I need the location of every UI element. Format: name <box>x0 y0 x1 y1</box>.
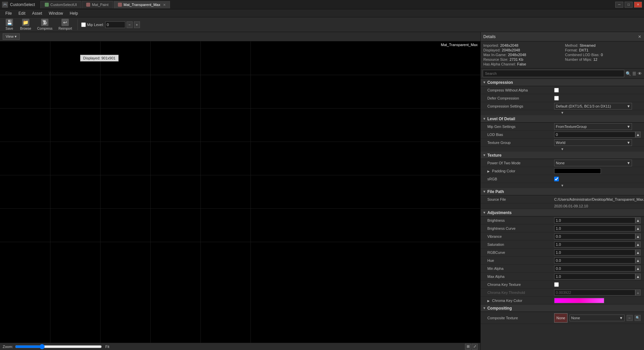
value-chroma-key-threshold[interactable]: ▲ <box>554 290 641 296</box>
section-compression[interactable]: ▼ Compression <box>481 79 644 86</box>
label-mip-gen-settings: Mip Gen Settings <box>487 125 554 129</box>
composite-back-button[interactable]: ← <box>627 315 633 321</box>
view-options-button[interactable]: ☰ <box>632 71 636 76</box>
input-brightness-curve[interactable] <box>554 225 635 231</box>
zoom-slider[interactable] <box>15 344 102 349</box>
input-vibrance[interactable] <box>554 233 635 239</box>
reimport-button[interactable]: ↩ Reimport <box>56 18 74 31</box>
source-file-path-text: C:/Users/Administrator/Desktop/Mat_Trans… <box>554 197 644 201</box>
info-val-imported: 2048x2048 <box>500 43 518 47</box>
input-lod-bias[interactable] <box>554 132 635 138</box>
section-file-path[interactable]: ▼ File Path <box>481 188 644 195</box>
padding-color-swatch[interactable] <box>554 168 601 174</box>
lod-expand: ▼ <box>481 147 644 152</box>
value-saturation[interactable]: ▲ <box>554 241 641 247</box>
checkbox-srgb[interactable] <box>554 177 559 181</box>
composite-none-button[interactable]: None <box>554 313 568 323</box>
tab-mat-paint[interactable]: Mat_Paint <box>82 1 113 8</box>
chroma-key-color-swatch[interactable] <box>554 298 604 303</box>
max-alpha-spin[interactable]: ▲ <box>635 274 641 280</box>
input-brightness[interactable] <box>554 217 635 223</box>
composite-dropdown[interactable]: None ▼ <box>570 315 625 321</box>
prop-texture-group: Texture Group World ▼ <box>481 139 644 147</box>
save-button[interactable]: 💾 Save <box>3 18 16 31</box>
dropdown-compression-settings[interactable]: Default (DXT1/5, BC1/3 on DX11) ▼ <box>554 103 632 110</box>
eye-icon-button[interactable]: 👁 <box>638 71 642 76</box>
brightness-spin[interactable]: ▲ <box>635 217 641 223</box>
value-padding-color[interactable] <box>554 168 641 174</box>
zoom-grid-icon-button[interactable]: ⊞ <box>465 344 471 350</box>
checkbox-chroma-key-texture[interactable] <box>554 282 559 287</box>
brightness-curve-spin[interactable]: ▲ <box>635 225 641 231</box>
menu-file[interactable]: File <box>2 10 15 16</box>
rgbcurve-spin[interactable]: ▲ <box>635 249 641 255</box>
composite-search-button[interactable]: 🔍 <box>635 315 641 321</box>
chroma-key-threshold-spin[interactable]: ▲ <box>635 290 641 296</box>
section-adjustments[interactable]: ▼ Adjustments <box>481 209 644 216</box>
value-texture-group[interactable]: World ▼ <box>554 139 641 146</box>
zoom-expand-icon-button[interactable]: ⤢ <box>472 344 478 350</box>
close-button[interactable]: ✕ <box>634 2 642 8</box>
input-max-alpha[interactable] <box>554 274 635 280</box>
viewport-grid <box>0 41 480 343</box>
dropdown-texture-group[interactable]: World ▼ <box>554 139 632 146</box>
dropdown-power-of-two[interactable]: None ▼ <box>554 160 632 166</box>
value-max-alpha[interactable]: ▲ <box>554 274 641 280</box>
mip-level-input[interactable] <box>105 21 125 28</box>
min-alpha-spin[interactable]: ▲ <box>635 266 641 272</box>
search-input[interactable] <box>483 70 624 77</box>
tab-customselectui[interactable]: CustomSelectUI <box>40 1 81 8</box>
input-hue[interactable] <box>554 257 635 264</box>
vibrance-spin[interactable]: ▲ <box>635 233 641 239</box>
value-rgbcurve[interactable]: ▲ <box>554 249 641 255</box>
view-dropdown-button[interactable]: View ▾ <box>3 33 20 40</box>
value-lod-bias[interactable]: ▲ <box>554 132 641 138</box>
section-compositing[interactable]: ▼ Compositing <box>481 305 644 312</box>
input-min-alpha[interactable] <box>554 266 635 272</box>
value-min-alpha[interactable]: ▲ <box>554 266 641 272</box>
value-brightness-curve[interactable]: ▲ <box>554 225 641 231</box>
menu-asset[interactable]: Asset <box>29 10 45 16</box>
checkbox-compress-without-alpha[interactable] <box>554 88 559 93</box>
menu-help[interactable]: Help <box>66 10 82 16</box>
saturation-spin[interactable]: ▲ <box>635 241 641 247</box>
browse-button[interactable]: 📁 Browse <box>18 18 33 31</box>
search-button[interactable]: 🔍 <box>626 71 631 76</box>
tab-close-icon[interactable]: ✕ <box>163 3 166 7</box>
value-vibrance[interactable]: ▲ <box>554 233 641 239</box>
mip-level-checkbox[interactable] <box>81 22 86 27</box>
input-saturation[interactable] <box>554 241 635 247</box>
tab-mat-transparent-max[interactable]: Mat_Transparent_Max ✕ <box>114 1 170 8</box>
section-lod[interactable]: ▼ Level Of Detail <box>481 115 644 123</box>
prop-min-alpha: Min Alpha ▲ <box>481 265 644 273</box>
value-hue[interactable]: ▲ <box>554 257 641 264</box>
prop-composite-texture: Composite Texture None None ▼ ← 🔍 <box>481 312 644 324</box>
info-key-max-in-game: Max In-Game: <box>483 53 507 57</box>
mip-decrement-button[interactable]: − <box>127 21 133 28</box>
input-rgbcurve[interactable] <box>554 249 635 255</box>
minimize-button[interactable]: ─ <box>615 2 623 8</box>
checkbox-defer-compression[interactable] <box>554 96 559 101</box>
panel-close-button[interactable]: ✕ <box>638 34 641 39</box>
menu-window[interactable]: Window <box>45 10 66 16</box>
section-texture[interactable]: ▼ Texture <box>481 152 644 159</box>
input-chroma-key-threshold[interactable] <box>554 290 635 296</box>
value-compression-settings[interactable]: Default (DXT1/5, BC1/3 on DX11) ▼ <box>554 103 641 110</box>
value-power-of-two-mode[interactable]: None ▼ <box>554 160 641 166</box>
display-label: Displayed: 901x901 <box>80 55 119 61</box>
mip-increment-button[interactable]: + <box>134 21 140 28</box>
menu-edit[interactable]: Edit <box>15 10 29 16</box>
main-layout: View ▾ Displayed: 901x901 Mat_Transparen… <box>0 32 644 350</box>
value-composite-texture[interactable]: None None ▼ ← 🔍 <box>554 313 641 323</box>
value-chroma-key-color[interactable] <box>554 298 641 303</box>
spinner-lod-bias[interactable]: ▲ <box>554 132 641 138</box>
value-mip-gen-settings[interactable]: FromTextureGroup ▼ <box>554 123 641 130</box>
lod-bias-increment[interactable]: ▲ <box>635 132 641 138</box>
compress-button[interactable]: 🗜 Compress <box>35 18 54 31</box>
menubar: File Edit Asset Window Help <box>0 9 644 17</box>
maximize-button[interactable]: □ <box>625 2 633 8</box>
dropdown-mip-gen[interactable]: FromTextureGroup ▼ <box>554 123 632 130</box>
props-scroll[interactable]: ▼ Compression Compress Without Alpha Def… <box>481 79 644 350</box>
hue-spin[interactable]: ▲ <box>635 257 641 264</box>
value-brightness[interactable]: ▲ <box>554 217 641 223</box>
